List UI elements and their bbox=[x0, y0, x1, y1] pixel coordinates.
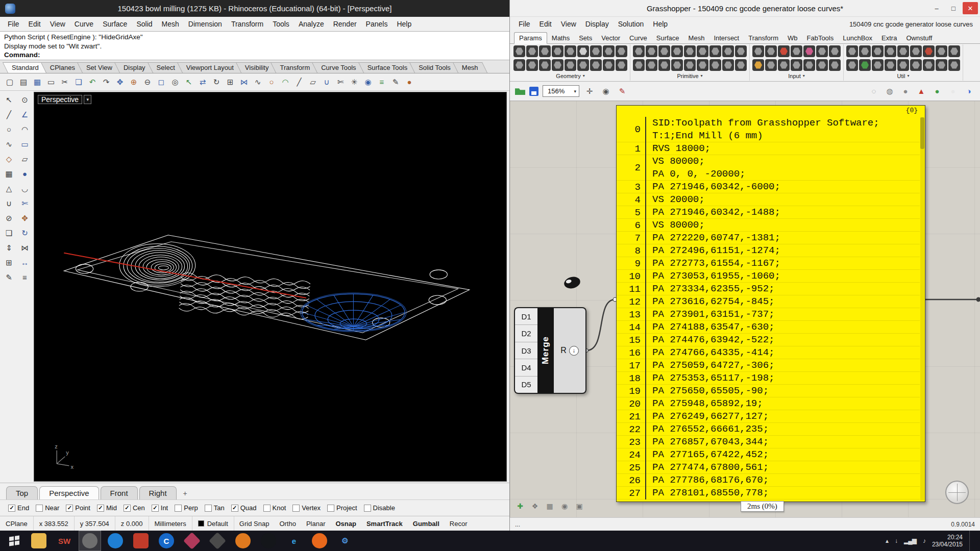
osnap-icon[interactable]: ◉ bbox=[361, 76, 375, 89]
component-icon[interactable] bbox=[603, 45, 615, 57]
viewport-title[interactable]: Perspective bbox=[38, 95, 82, 104]
tray-expand-icon[interactable]: ▴ bbox=[886, 537, 888, 544]
component-icon[interactable] bbox=[513, 59, 525, 71]
component-category-tab[interactable]: LunchBox bbox=[838, 33, 877, 43]
component-icon[interactable] bbox=[616, 45, 627, 57]
rhino-menu-item[interactable]: Solid bbox=[132, 19, 157, 29]
taskbar-clock[interactable]: 20:24 23/04/2015 bbox=[932, 534, 963, 548]
component-category-tab[interactable]: Curve bbox=[625, 33, 652, 43]
osnap-checkbox[interactable]: ✓ bbox=[327, 505, 334, 512]
start-button[interactable] bbox=[3, 531, 26, 551]
blue-half-icon[interactable]: ◑ bbox=[963, 85, 975, 97]
canvas-compass[interactable] bbox=[945, 481, 969, 504]
grid-widget-icon[interactable]: ▦ bbox=[545, 501, 555, 511]
toolbar-tab[interactable]: Curve Tools bbox=[314, 62, 362, 73]
component-icon[interactable] bbox=[829, 59, 841, 71]
palette-group-label[interactable]: Util ▾ bbox=[846, 72, 960, 80]
component-icon[interactable] bbox=[948, 45, 960, 57]
component-icon[interactable] bbox=[735, 59, 747, 71]
toolbar-tab[interactable]: Standard bbox=[5, 62, 45, 73]
component-icon[interactable] bbox=[513, 45, 525, 57]
component-icon[interactable] bbox=[923, 59, 935, 71]
split-tool-icon[interactable]: ⊘ bbox=[2, 211, 16, 225]
taskbar-app-button[interactable] bbox=[79, 531, 101, 551]
rhino-menu-item[interactable]: Panels bbox=[361, 19, 393, 29]
active-document-name[interactable]: 150409 cnc gcode generator loose curves bbox=[849, 20, 976, 28]
component-icon[interactable] bbox=[658, 59, 670, 71]
merge-input[interactable]: D1 bbox=[515, 308, 537, 325]
osnap-checkbox[interactable]: ✓ bbox=[263, 505, 271, 512]
taskbar-app-button[interactable]: ⚙ bbox=[334, 531, 356, 551]
component-icon[interactable] bbox=[872, 59, 884, 71]
viewport-tab[interactable]: Front bbox=[101, 486, 138, 499]
rhino-menu-item[interactable]: Dimension bbox=[184, 19, 227, 29]
merge-component[interactable]: D1D2D3D4D5 Merge R ↓ bbox=[514, 307, 586, 394]
merge-input[interactable]: D4 bbox=[515, 359, 537, 376]
palette-group-label[interactable]: Geometry ▾ bbox=[513, 72, 627, 80]
dimension-tool-icon[interactable]: ↔ bbox=[17, 256, 32, 269]
surface-icon[interactable]: ▱ bbox=[306, 76, 320, 89]
move-tool-icon[interactable]: ✥ bbox=[17, 211, 32, 225]
rhino-menu-item[interactable]: File bbox=[3, 19, 24, 29]
taskbar-app-button[interactable] bbox=[181, 531, 203, 551]
component-icon[interactable] bbox=[646, 45, 657, 57]
component-icon[interactable] bbox=[539, 59, 551, 71]
osnap-checkbox[interactable]: ✓ bbox=[36, 505, 43, 512]
minimize-button[interactable]: – bbox=[929, 2, 944, 14]
component-icon[interactable] bbox=[709, 45, 721, 57]
component-icon[interactable] bbox=[765, 59, 777, 71]
viewport-tab[interactable]: Perspective bbox=[39, 486, 99, 499]
sphere-tool-icon[interactable]: ● bbox=[17, 167, 32, 181]
osnap-checkbox[interactable]: ✓ bbox=[364, 505, 371, 512]
component-icon[interactable] bbox=[684, 45, 696, 57]
status-toggle[interactable]: Ortho bbox=[274, 520, 301, 528]
open-file-icon[interactable]: ▤ bbox=[17, 76, 30, 89]
component-icon[interactable] bbox=[752, 59, 764, 71]
rhino-menu-item[interactable]: Help bbox=[392, 19, 416, 29]
component-icon[interactable] bbox=[671, 59, 683, 71]
show-desktop-button[interactable] bbox=[969, 531, 973, 551]
grasshopper-titlebar[interactable]: Grasshopper - 150409 cnc gcode generator… bbox=[510, 0, 980, 17]
component-icon[interactable] bbox=[590, 59, 602, 71]
annotate-tool-icon[interactable]: ✎ bbox=[2, 270, 16, 284]
component-icon[interactable] bbox=[633, 45, 645, 57]
polygon-tool-icon[interactable]: ◇ bbox=[2, 152, 16, 166]
join-tool-icon[interactable]: ∪ bbox=[2, 196, 16, 210]
circle-tool-icon[interactable]: ○ bbox=[2, 122, 16, 136]
grasshopper-menu-item[interactable]: Help bbox=[648, 19, 672, 29]
array-tool-icon[interactable]: ⊞ bbox=[2, 256, 16, 269]
osnap-option[interactable]: ✓ Int bbox=[152, 504, 168, 512]
grasshopper-menu-item[interactable]: Edit bbox=[535, 19, 556, 29]
new-file-icon[interactable]: ▢ bbox=[3, 76, 16, 89]
layers-icon[interactable]: ≡ bbox=[375, 76, 388, 89]
maximize-button[interactable]: □ bbox=[946, 2, 961, 14]
component-icon[interactable] bbox=[885, 59, 896, 71]
osnap-checkbox[interactable]: ✓ bbox=[124, 505, 131, 512]
zoom-extents-icon[interactable]: ◎ bbox=[168, 76, 182, 89]
component-icon[interactable] bbox=[765, 45, 777, 57]
rhino-menu-item[interactable]: Render bbox=[329, 19, 361, 29]
component-icon[interactable] bbox=[539, 45, 551, 57]
component-icon[interactable] bbox=[859, 45, 871, 57]
gcode-panel[interactable]: {0} 0 SID:Toolpath from Grasshopper Soft… bbox=[616, 105, 925, 502]
component-icon[interactable] bbox=[577, 45, 589, 57]
component-icon[interactable] bbox=[936, 45, 947, 57]
layers-tool-icon[interactable]: ≡ bbox=[17, 270, 32, 284]
component-icon[interactable] bbox=[829, 45, 841, 57]
osnap-option[interactable]: ✓ Near bbox=[36, 504, 59, 512]
navigate-icon[interactable]: ✛ bbox=[583, 85, 596, 97]
cplane-indicator[interactable]: CPlane bbox=[0, 516, 34, 531]
surface-tool-icon[interactable]: ▱ bbox=[17, 152, 32, 166]
grasshopper-menu-item[interactable]: Solution bbox=[614, 19, 649, 29]
rotate-icon[interactable]: ↻ bbox=[210, 76, 223, 89]
osnap-option[interactable]: ✓ Knot bbox=[263, 504, 286, 512]
panel-scrollbar-thumb[interactable] bbox=[920, 117, 924, 149]
curve-tool-icon[interactable]: ∿ bbox=[2, 137, 16, 151]
viewport-tab[interactable]: Top bbox=[6, 486, 38, 499]
taskbar-app-button[interactable]: SW bbox=[53, 531, 76, 551]
merge-input[interactable]: D3 bbox=[515, 342, 537, 359]
component-icon[interactable] bbox=[872, 45, 884, 57]
osnap-option[interactable]: ✓ Point bbox=[66, 504, 90, 512]
wire-preview-icon[interactable]: ◍ bbox=[884, 85, 896, 97]
join-icon[interactable]: ∪ bbox=[320, 76, 333, 89]
